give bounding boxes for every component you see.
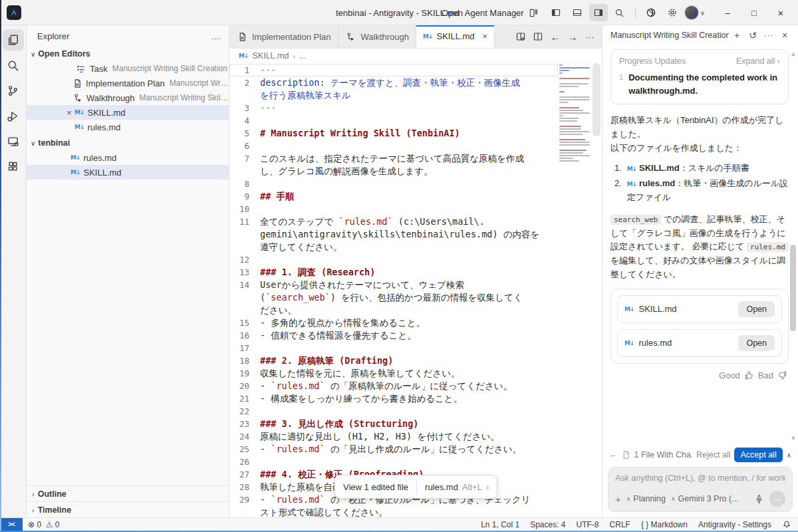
toggle-bottom-panel-icon[interactable] [568,4,587,21]
thumbs-down-icon[interactable] [777,370,787,380]
open-preview-icon[interactable] [513,28,529,45]
collapse-chevron-icon[interactable]: ∧ [787,452,791,459]
activity-search[interactable] [3,55,24,76]
close-button[interactable]: × [767,1,794,24]
cursor-position[interactable]: Ln 1, Col 1 [481,520,519,529]
agent-orb-icon[interactable] [642,4,660,21]
panel-scrollbar[interactable]: ▲ ▼ [789,45,797,446]
errors-warnings[interactable]: ⊗ 0 ⚠ 0 [28,520,60,529]
open-editor-Task[interactable]: TaskManuscript Writing Skill Creation [27,61,229,76]
timeline-section[interactable]: › Timeline [27,501,229,517]
add-context-button[interactable]: + [615,493,621,505]
account-menu[interactable]: ∨ [684,5,705,20]
bell-icon[interactable] [782,520,791,529]
file-card-SKILL.md[interactable]: M↓SKILL.mdOpen [617,295,782,323]
eol-sequence[interactable]: CRLF [610,520,630,529]
gear-icon[interactable] [663,4,682,21]
markdown-icon: M↓ [74,109,84,116]
toggle-left-sidebar-icon[interactable] [547,4,565,21]
chevron-down-icon: ∨ [700,9,705,17]
chevron-right-icon: › [32,490,35,498]
folder-tenbinai[interactable]: ∨ tenbinai [27,136,229,150]
code-line: 26 [229,456,558,468]
go-forward-icon[interactable]: → [565,28,581,45]
microphone-icon[interactable] [754,493,764,504]
thumbs-up-icon[interactable] [744,370,754,380]
tab-Walkthrough[interactable]: Walkthrough [338,25,417,48]
language-mode[interactable]: { } Markdown [641,520,688,529]
created-files-list: 1.M↓ SKILL.md：スキルの手順書2.M↓ rules.md：執筆・画像… [614,162,789,204]
settings-link[interactable]: Antigravity - Settings [698,520,771,529]
scroll-up-icon[interactable]: ▲ [789,51,797,57]
activity-remote-explorer[interactable] [3,130,24,152]
split-editor-icon[interactable] [530,28,546,45]
history-icon[interactable]: ↺ [745,27,761,43]
close-icon[interactable]: × [483,31,488,41]
mode-selector[interactable]: ∧ Planning [626,494,666,503]
toggle-right-sidebar-icon[interactable] [589,4,608,21]
maximize-button[interactable]: □ [741,1,767,24]
expand-all-button[interactable]: Expand all ‹ [736,57,780,66]
close-panel-icon[interactable]: × [777,27,793,43]
open-editors-section[interactable]: ∨ Open Editors [27,47,229,61]
remote-icon [7,135,19,148]
file-rules.md[interactable]: M↓rules.md [27,150,229,165]
open-editor-Walkthrough[interactable]: WalkthroughManuscript Writing Skill Cre.… [27,90,229,105]
remote-indicator[interactable]: >< [0,518,23,531]
doc-icon [236,32,248,42]
status-bar: >< ⊗ 0 ⚠ 0 Ln 1, Col 1 Spaces: 4 UTF-8 C… [0,517,798,531]
editor[interactable]: 1---2description: テーマを渡すと、調査・執筆・校正・画像生成を… [229,63,602,517]
outline-section[interactable]: › Outline [27,485,229,501]
send-button[interactable]: → [769,491,785,507]
scroll-down-icon[interactable]: ▼ [789,435,797,442]
antigravity-window: tenbinai - Antigravity - SKILL.md Open A… [0,0,798,532]
scrollbar-thumb[interactable] [790,245,796,331]
minimap[interactable] [559,65,591,517]
more-actions-icon[interactable]: ··· [582,28,598,45]
changes-count-text[interactable]: 1 File With Cha... [634,450,693,460]
tab-SKILL.md[interactable]: M↓SKILL.md× [416,25,495,48]
open-file-button[interactable]: Open [738,335,775,351]
indentation[interactable]: Spaces: 4 [530,520,565,529]
created-file-item: 1.M↓ SKILL.md：スキルの手順書 [614,162,789,176]
editor-scrollbar[interactable] [593,63,600,136]
encoding[interactable]: UTF-8 [577,520,599,529]
accept-all-button[interactable]: Accept all [734,448,782,462]
edited-file-link[interactable]: rules.md Alt+L › [417,482,497,492]
open-editor-rules.md[interactable]: M↓rules.md [27,120,229,134]
activity-extensions[interactable] [3,156,24,177]
good-button[interactable]: Good [719,370,740,380]
open-file-button[interactable]: Open [738,301,775,317]
back-arrow-icon[interactable]: ← [609,450,618,460]
open-editor-Implementation Plan[interactable]: Implementation PlanManuscript Writing... [27,76,229,90]
minimize-button[interactable]: – [714,1,741,24]
model-selector[interactable]: ∧ Gemini 3 Pro (... [671,494,739,503]
open-agent-manager-button[interactable]: Open Agent Manager [436,5,544,21]
view-edited-file-button[interactable]: View 1 edited file [335,482,416,492]
go-back-icon[interactable]: ← [547,28,563,45]
code-line: ださい。 [229,304,558,317]
more-actions-icon[interactable]: ··· [761,27,777,43]
app-logo-icon [7,5,21,20]
code-line: 25- `rules.md` の「見出し作成のルール」に従ってください。 [229,443,558,456]
chat-input[interactable]: Ask anything (Ctrl+L), @ to mention, / f… [608,467,793,512]
code-line: 14Userから提供されたテーマについて、ウェブ検索 [229,279,558,291]
file-card-rules.md[interactable]: M↓rules.mdOpen [617,329,782,357]
bad-button[interactable]: Bad [758,370,773,380]
activity-explorer[interactable] [3,29,24,51]
new-chat-icon[interactable]: + [729,27,745,43]
breadcrumb[interactable]: M↓ SKILL.md › ... [229,49,602,63]
activity-source-control[interactable] [3,80,24,101]
reject-all-button[interactable]: Reject all [696,450,730,460]
file-icon [622,450,630,460]
open-editor-SKILL.md[interactable]: ×M↓SKILL.md [27,105,229,120]
code-line: (`search_web`) を行い、包括的かつ最新の情報を収集してく [229,291,558,304]
tab-Implementation Plan[interactable]: Implementation Plan [229,25,338,48]
activity-run-debug[interactable] [3,105,24,126]
file-SKILL.md[interactable]: M↓SKILL.md [27,165,229,180]
close-icon[interactable]: × [64,108,74,118]
search-icon[interactable] [610,4,629,21]
explorer-more-icon[interactable]: ... [211,31,221,41]
progress-step-text: Documenting the completed work in walkth… [628,71,780,97]
agent-conversation[interactable]: Progress Updates Expand all ‹ 1 Document… [602,45,798,446]
